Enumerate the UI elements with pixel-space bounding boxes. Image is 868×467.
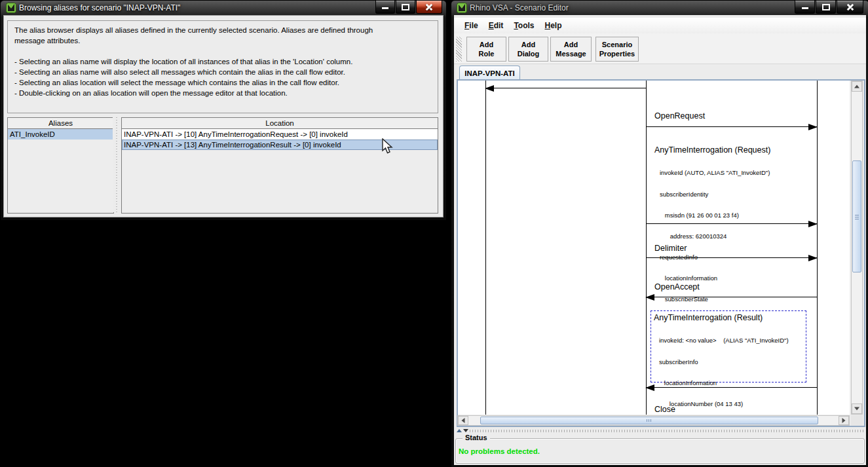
minimize-icon bbox=[382, 7, 388, 9]
detail-line: subscriberIdentity bbox=[654, 191, 770, 198]
status-panel-title: Status bbox=[462, 434, 490, 441]
detail-line: address: 620010324 bbox=[654, 233, 770, 240]
alias-window-titlebar[interactable]: Browsing aliases for scenario "INAP-VPN-… bbox=[1, 1, 446, 15]
message-arrow-left[interactable] bbox=[646, 297, 817, 297]
minimize-button[interactable] bbox=[795, 1, 815, 14]
menu-file[interactable]: File bbox=[459, 19, 483, 32]
arrowhead-right-icon bbox=[808, 221, 818, 227]
add-dialog-button[interactable]: AddDialog bbox=[508, 37, 548, 62]
vertical-scrollbar[interactable] bbox=[851, 81, 863, 415]
maximize-icon bbox=[822, 4, 830, 10]
menu-help[interactable]: Help bbox=[540, 19, 567, 32]
call-flow-canvas[interactable]: OpenRequest AnyTimeInterrogation (Reques… bbox=[458, 81, 850, 415]
rhino-vsa-app-icon bbox=[6, 3, 16, 13]
arrowhead-right-icon bbox=[808, 124, 818, 130]
editor-window-titlebar[interactable]: Rhino VSA - Scenario Editor bbox=[451, 1, 868, 15]
scroll-right-icon bbox=[842, 418, 846, 423]
close-button[interactable] bbox=[416, 1, 442, 14]
menu-bar: File Edit Tools Help bbox=[454, 18, 866, 34]
location-table: Location INAP-VPN-ATI -> [10] AnyTimeInt… bbox=[121, 117, 438, 214]
description-line: The alias browser displays all aliases d… bbox=[14, 25, 431, 35]
role-lifeline-2 bbox=[646, 81, 647, 415]
role-lifeline-3 bbox=[817, 81, 818, 415]
scroll-up-button[interactable] bbox=[852, 81, 862, 92]
splitter-texture bbox=[470, 430, 865, 432]
splitter-expand-up-icon[interactable] bbox=[457, 429, 462, 432]
description-line: - Selecting an alias name will display t… bbox=[14, 56, 431, 67]
location-row-result[interactable]: INAP-VPN-ATI -> [13] AnyTimeInterrogatio… bbox=[122, 140, 438, 150]
detail-line: subscriberInfo bbox=[654, 359, 789, 366]
tool-bar: AddRole AddDialog AddMessage ScenarioPro… bbox=[454, 33, 866, 64]
message-arrow-left[interactable] bbox=[485, 88, 646, 88]
scenario-editor-window: Rhino VSA - Scenario Editor File Edit To… bbox=[451, 0, 868, 467]
status-message: No problems detected. bbox=[459, 447, 540, 455]
table-splitter[interactable] bbox=[113, 117, 121, 212]
message-ati-result-selection-box[interactable]: AnyTimeInterrogation (Result) invokeId: … bbox=[651, 310, 806, 383]
editor-window-title: Rhino VSA - Scenario Editor bbox=[470, 3, 569, 12]
description-line: - Selecting an alias location will selec… bbox=[14, 77, 431, 88]
arrowhead-left-icon bbox=[485, 85, 494, 92]
aliases-column-header[interactable]: Aliases bbox=[8, 118, 113, 129]
message-arrow-right[interactable] bbox=[646, 223, 817, 224]
alias-row-ati-invokeid[interactable]: ATI_InvokeID bbox=[8, 129, 113, 140]
message-open-accept[interactable]: OpenAccept bbox=[654, 282, 700, 291]
thumb-grip-icon bbox=[647, 419, 652, 422]
toolbar-drag-grip[interactable] bbox=[456, 37, 462, 62]
rhino-vsa-app-icon bbox=[457, 3, 467, 13]
menu-edit[interactable]: Edit bbox=[483, 19, 509, 32]
close-icon bbox=[417, 1, 442, 13]
status-split-divider[interactable] bbox=[454, 428, 866, 434]
scroll-left-button[interactable] bbox=[458, 416, 468, 425]
location-row-request[interactable]: INAP-VPN-ATI -> [10] AnyTimeInterrogatio… bbox=[122, 129, 438, 140]
message-delimiter[interactable]: Delimiter bbox=[654, 244, 687, 253]
description-line: - Double-clicking on an alias location w… bbox=[14, 88, 431, 98]
detail-line: invokeId (AUTO, ALIAS "ATI_InvokeID") bbox=[654, 170, 770, 177]
thumb-grip-icon bbox=[855, 214, 859, 219]
menu-tools[interactable]: Tools bbox=[508, 19, 539, 32]
scroll-up-icon bbox=[854, 85, 859, 88]
horizontal-scrollbar[interactable] bbox=[457, 415, 850, 426]
alias-window-title: Browsing aliases for scenario "INAP-VPN-… bbox=[19, 3, 180, 12]
tab-inap-vpn-ati[interactable]: INAP-VPN-ATI bbox=[459, 65, 520, 80]
message-open-request[interactable]: OpenRequest bbox=[654, 111, 705, 121]
splitter-expand-down-icon[interactable] bbox=[463, 429, 468, 432]
detail-line: locationInformation bbox=[654, 275, 770, 282]
arrowhead-left-icon bbox=[645, 294, 654, 301]
scrollbar-corner bbox=[851, 415, 863, 426]
alias-browser-window: Browsing aliases for scenario "INAP-VPN-… bbox=[0, 0, 447, 221]
message-arrow-right[interactable] bbox=[646, 126, 817, 127]
scroll-down-button[interactable] bbox=[852, 403, 862, 414]
arrowhead-right-icon bbox=[808, 255, 818, 261]
vertical-scroll-thumb[interactable] bbox=[852, 160, 861, 272]
add-role-button[interactable]: AddRole bbox=[466, 37, 506, 62]
add-message-button[interactable]: AddMessage bbox=[550, 37, 592, 62]
detail-line: invokeId: <no value> (ALIAS "ATI_InvokeI… bbox=[654, 337, 789, 345]
minimize-button[interactable] bbox=[375, 1, 395, 14]
minimize-icon bbox=[802, 7, 808, 9]
aliases-table: Aliases ATI_InvokeID bbox=[7, 117, 114, 214]
scroll-right-button[interactable] bbox=[839, 416, 849, 425]
status-panel: Status No problems detected. bbox=[455, 438, 865, 464]
location-column-header[interactable]: Location bbox=[122, 118, 438, 129]
alias-description-panel: The alias browser displays all aliases d… bbox=[7, 20, 438, 113]
message-ati-result-details[interactable]: invokeId: <no value> (ALIAS "ATI_InvokeI… bbox=[654, 324, 789, 415]
message-ati-result-title[interactable]: AnyTimeInterrogation (Result) bbox=[654, 313, 763, 322]
message-close[interactable]: Close bbox=[654, 405, 675, 414]
message-arrow-right[interactable] bbox=[646, 257, 817, 258]
message-ati-request-title[interactable]: AnyTimeInterrogation (Request) bbox=[654, 145, 770, 155]
role-lifeline-1 bbox=[485, 81, 486, 415]
description-line: - Selecting an alias name will also sele… bbox=[14, 67, 431, 77]
scenario-properties-button[interactable]: ScenarioProperties bbox=[595, 37, 639, 62]
arrowhead-left-icon bbox=[645, 384, 654, 391]
maximize-button[interactable] bbox=[396, 1, 415, 14]
alias-window-client: The alias browser displays all aliases d… bbox=[3, 15, 443, 217]
description-line bbox=[14, 46, 431, 56]
close-icon bbox=[837, 1, 863, 13]
detail-line: msisdn (91 26 00 01 23 f4) bbox=[654, 212, 770, 219]
message-arrow-left[interactable] bbox=[646, 387, 817, 388]
close-button[interactable] bbox=[837, 1, 863, 14]
scroll-down-icon bbox=[854, 407, 859, 411]
horizontal-scroll-thumb[interactable] bbox=[480, 417, 818, 424]
maximize-icon bbox=[402, 4, 409, 10]
maximize-button[interactable] bbox=[816, 1, 836, 14]
